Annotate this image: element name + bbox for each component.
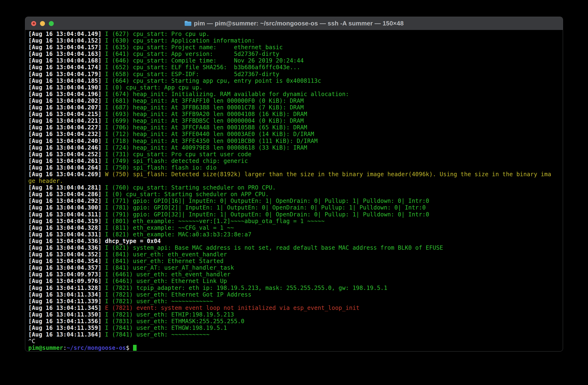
terminal-line: [Aug 16 13:04:04.281] I (760) cpu_start:… xyxy=(28,184,563,191)
traffic-lights xyxy=(31,21,54,26)
terminal-line: [Aug 16 13:04:04.286] I (0) cpu_start: S… xyxy=(28,191,563,198)
terminal-line: [Aug 16 13:04:04.336] I (821) system_api… xyxy=(28,244,563,251)
terminal-line: [Aug 16 13:04:11.345] E (7821) event: sy… xyxy=(28,305,563,311)
terminal-line: [Aug 16 13:04:04.311] I (791) gpio: GPIO… xyxy=(28,211,563,218)
terminal-line: [Aug 16 13:04:04.227] I (706) heap_init:… xyxy=(28,124,563,131)
terminal-line: [Aug 16 13:04:04.354] I (841) user_eth: … xyxy=(28,258,563,264)
close-button[interactable] xyxy=(31,21,36,26)
terminal-line: [Aug 16 13:04:04.196] I (674) heap_init:… xyxy=(28,91,563,98)
terminal-line: ge header. xyxy=(28,178,563,184)
title-group: pim — pim@summer: ~/src/mongoose-os — ss… xyxy=(184,20,404,27)
terminal-line: [Aug 16 13:04:04.207] I (687) heap_init:… xyxy=(28,104,563,111)
minimize-button[interactable] xyxy=(40,21,45,26)
desktop: { "window": { "title": "pim — pim@summer… xyxy=(0,0,588,385)
terminal-line: [Aug 16 13:04:04.319] I (801) eth_exampl… xyxy=(28,218,563,224)
terminal-line: [Aug 16 13:04:04.252] I (731) cpu_start:… xyxy=(28,151,563,158)
terminal-line: [Aug 16 13:04:04.264] I (750) spi_flash:… xyxy=(28,164,563,171)
terminal-line: [Aug 16 13:04:04.331] I (821) eth_exampl… xyxy=(28,231,563,238)
terminal-line: [Aug 16 13:04:11.328] I (7821) tcpip_ada… xyxy=(28,285,563,291)
terminal-line: [Aug 16 13:04:04.174] I (652) cpu_start:… xyxy=(28,64,563,71)
terminal-line: [Aug 16 13:04:09.973] I (6461) user_eth:… xyxy=(28,271,563,278)
terminal-line: [Aug 16 13:04:04.168] I (646) cpu_start:… xyxy=(28,57,563,64)
title-bar[interactable]: pim — pim@summer: ~/src/mongoose-os — ss… xyxy=(25,17,563,30)
terminal-line: [Aug 16 13:04:04.246] I (724) heap_init:… xyxy=(28,144,563,151)
terminal-line: [Aug 16 13:04:04.269] W (750) spi_flash:… xyxy=(28,171,563,178)
terminal-line: [Aug 16 13:04:11.364] I (7841) user_eth:… xyxy=(28,331,563,338)
terminal-line: [Aug 16 13:04:04.261] I (749) spi_flash:… xyxy=(28,158,563,164)
terminal-cursor xyxy=(133,345,137,351)
terminal-line: [Aug 16 13:04:04.190] I (0) cpu_start: A… xyxy=(28,84,563,91)
terminal-line: [Aug 16 13:04:04.157] I (635) cpu_start:… xyxy=(28,44,563,51)
terminal-line: [Aug 16 13:04:04.357] I (841) user_AT: u… xyxy=(28,264,563,271)
terminal-line: [Aug 16 13:04:11.334] I (7821) user_eth:… xyxy=(28,291,563,298)
terminal-line: [Aug 16 13:04:04.152] I (630) cpu_start:… xyxy=(28,37,563,44)
zoom-button[interactable] xyxy=(49,21,54,26)
terminal-line: [Aug 16 13:04:11.356] I (7831) user_eth:… xyxy=(28,318,563,324)
terminal-line: [Aug 16 13:04:04.336] dhcp_type = 0x04 xyxy=(28,238,563,244)
terminal-line: [Aug 16 13:04:04.292] I (771) gpio: GPIO… xyxy=(28,198,563,204)
folder-icon xyxy=(184,20,191,26)
terminal-line: [Aug 16 13:04:11.339] I (7821) user_eth:… xyxy=(28,298,563,305)
terminal-line: [Aug 16 13:04:04.240] I (718) heap_init:… xyxy=(28,138,563,144)
terminal-window: pim — pim@summer: ~/src/mongoose-os — ss… xyxy=(25,17,563,351)
terminal-line: [Aug 16 13:04:04.202] I (681) heap_init:… xyxy=(28,98,563,104)
terminal-line: [Aug 16 13:04:04.215] I (693) heap_init:… xyxy=(28,111,563,118)
terminal-line: [Aug 16 13:04:04.179] I (658) cpu_start:… xyxy=(28,71,563,78)
window-edited-dot xyxy=(33,22,35,24)
terminal-line: [Aug 16 13:04:04.149] I (627) cpu_start:… xyxy=(28,31,563,37)
terminal-line: pim@summer:~/src/mongoose-os$ xyxy=(28,344,563,351)
terminal-line: [Aug 16 13:04:11.350] I (7821) user_eth:… xyxy=(28,311,563,318)
terminal-line: ^C xyxy=(28,338,563,344)
terminal-output[interactable]: [Aug 16 13:04:04.149] I (627) cpu_start:… xyxy=(25,30,563,351)
terminal-line: [Aug 16 13:04:04.232] I (712) heap_init:… xyxy=(28,131,563,138)
terminal-line: [Aug 16 13:04:04.300] I (781) gpio: GPIO… xyxy=(28,204,563,211)
terminal-line: [Aug 16 13:04:04.221] I (699) heap_init:… xyxy=(28,118,563,124)
terminal-line: [Aug 16 13:04:04.163] I (641) cpu_start:… xyxy=(28,51,563,57)
terminal-line: [Aug 16 13:04:04.328] I (811) eth_exampl… xyxy=(28,224,563,231)
window-title: pim — pim@summer: ~/src/mongoose-os — ss… xyxy=(194,20,404,27)
terminal-line: [Aug 16 13:04:09.976] I (6461) user_eth:… xyxy=(28,278,563,284)
terminal-line: [Aug 16 13:04:04.185] I (664) cpu_start:… xyxy=(28,78,563,84)
terminal-line: [Aug 16 13:04:04.352] I (841) user_eth: … xyxy=(28,251,563,258)
terminal-line: [Aug 16 13:04:11.359] I (7841) user_eth:… xyxy=(28,324,563,331)
